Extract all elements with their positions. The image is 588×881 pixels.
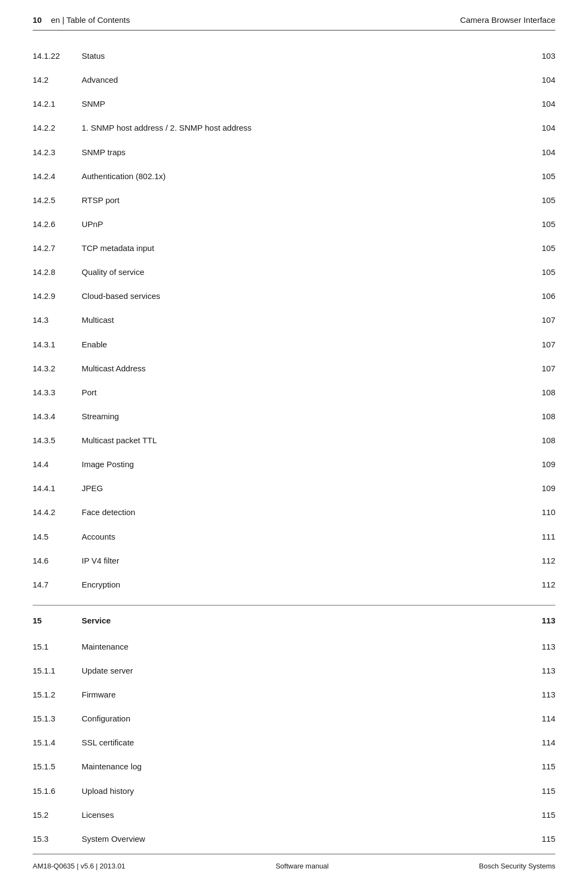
toc-row-number: 14.2.5 <box>33 191 82 215</box>
toc-row-title: Multicast packet TTL <box>82 431 523 455</box>
toc-row: 15.1.4SSL certificate114 <box>33 733 555 757</box>
toc-row: 14.3.1Enable107 <box>33 335 555 359</box>
toc-row-number: 15.1 <box>33 638 82 662</box>
toc-row-number: 14.4 <box>33 455 82 479</box>
toc-row: 14.7Encryption112 <box>33 576 555 599</box>
toc-row-number: 14.1.22 <box>33 47 82 71</box>
toc-row-title: Upload history <box>82 782 523 806</box>
toc-row-title: Service <box>82 605 523 637</box>
header-separator <box>44 15 48 25</box>
toc-row-page: 115 <box>523 757 555 781</box>
toc-row-page: 104 <box>523 143 555 167</box>
toc-row: 14.6IP V4 filter112 <box>33 552 555 576</box>
toc-row: 15.1.3Configuration114 <box>33 709 555 733</box>
toc-row-title: System Overview <box>82 830 523 854</box>
toc-row-number: 14.7 <box>33 576 82 599</box>
toc-row-number: 14.4.2 <box>33 503 82 527</box>
toc-row-title: Update server <box>82 662 523 686</box>
toc-row-number: 14.2.4 <box>33 167 82 191</box>
toc-row-page: 112 <box>523 576 555 599</box>
toc-row: 14.2.21. SNMP host address / 2. SNMP hos… <box>33 119 555 143</box>
toc-row-title: Port <box>82 383 523 407</box>
toc-row: 15.1.1Update server113 <box>33 662 555 686</box>
toc-row-title: Advanced <box>82 71 523 95</box>
toc-row-number: 15.1.1 <box>33 662 82 686</box>
toc-row-number: 14.3.3 <box>33 383 82 407</box>
toc-row-number: 14.4.1 <box>33 479 82 503</box>
toc-row-page: 113 <box>523 605 555 637</box>
toc-row-title: Multicast <box>82 311 523 335</box>
header-section-label: en | Table of Contents <box>51 15 130 25</box>
toc-row-title: Status <box>82 47 523 71</box>
page-footer: AM18-Q0635 | v5.6 | 2013.01 Software man… <box>33 854 555 881</box>
toc-row-page: 105 <box>523 263 555 287</box>
toc-row-title: Quality of service <box>82 263 523 287</box>
toc-row: 14.2.3SNMP traps104 <box>33 143 555 167</box>
footer-center: Software manual <box>275 862 329 870</box>
toc-row: 14.1.22Status103 <box>33 47 555 71</box>
toc-row-title: IP V4 filter <box>82 552 523 576</box>
toc-row-number: 14.5 <box>33 528 82 552</box>
toc-row-number: 15.1.3 <box>33 709 82 733</box>
page-number: 10 <box>33 15 42 25</box>
toc-row-number: 14.2.7 <box>33 239 82 263</box>
toc-row-page: 104 <box>523 95 555 119</box>
toc-row-number: 15 <box>33 605 82 637</box>
toc-row: 15.3System Overview115 <box>33 830 555 854</box>
toc-row-page: 107 <box>523 359 555 383</box>
toc-row-title: UPnP <box>82 215 523 239</box>
toc-row-number: 14.2.1 <box>33 95 82 119</box>
page-header: 10 en | Table of Contents Camera Browser… <box>33 0 555 30</box>
toc-row-number: 15.3 <box>33 830 82 854</box>
toc-content: 14.1.22Status10314.2Advanced10414.2.1SNM… <box>33 47 555 854</box>
toc-row-number: 15.1.5 <box>33 757 82 781</box>
toc-row-page: 114 <box>523 733 555 757</box>
toc-row: 15.1.2Firmware113 <box>33 686 555 709</box>
toc-row-page: 106 <box>523 287 555 311</box>
toc-row-number: 14.6 <box>33 552 82 576</box>
toc-row-page: 113 <box>523 686 555 709</box>
toc-row-page: 107 <box>523 335 555 359</box>
toc-row-title: Image Posting <box>82 455 523 479</box>
toc-row: 15.1Maintenance113 <box>33 638 555 662</box>
toc-row: 15.1.5Maintenance log115 <box>33 757 555 781</box>
toc-row-number: 14.3.4 <box>33 407 82 431</box>
toc-row-page: 105 <box>523 215 555 239</box>
toc-row-title: 1. SNMP host address / 2. SNMP host addr… <box>82 119 523 143</box>
toc-row: 14.2Advanced104 <box>33 71 555 95</box>
toc-row-title: Licenses <box>82 806 523 830</box>
page-container: 10 en | Table of Contents Camera Browser… <box>0 0 588 881</box>
toc-row-title: SSL certificate <box>82 733 523 757</box>
footer-left: AM18-Q0635 | v5.6 | 2013.01 <box>33 862 125 870</box>
toc-row-page: 112 <box>523 552 555 576</box>
toc-row-title: Streaming <box>82 407 523 431</box>
toc-row-page: 105 <box>523 239 555 263</box>
toc-row: 14.4.2Face detection110 <box>33 503 555 527</box>
toc-row-page: 109 <box>523 455 555 479</box>
spacer-row <box>33 599 555 605</box>
toc-row-page: 113 <box>523 638 555 662</box>
toc-row: 14.2.8Quality of service105 <box>33 263 555 287</box>
toc-row-title: Accounts <box>82 528 523 552</box>
toc-row-page: 110 <box>523 503 555 527</box>
toc-row-page: 111 <box>523 528 555 552</box>
toc-row-number: 15.1.6 <box>33 782 82 806</box>
toc-row-title: SNMP <box>82 95 523 119</box>
toc-row-number: 14.2.8 <box>33 263 82 287</box>
header-left: 10 en | Table of Contents <box>33 15 130 25</box>
toc-row: 14.2.1SNMP104 <box>33 95 555 119</box>
toc-row-page: 105 <box>523 191 555 215</box>
toc-row-page: 115 <box>523 782 555 806</box>
toc-row-page: 113 <box>523 662 555 686</box>
toc-row-title: Configuration <box>82 709 523 733</box>
toc-row: 14.5Accounts111 <box>33 528 555 552</box>
toc-row-number: 14.3 <box>33 311 82 335</box>
toc-row-number: 14.2.6 <box>33 215 82 239</box>
toc-row: 15Service113 <box>33 605 555 637</box>
toc-row-page: 108 <box>523 383 555 407</box>
toc-row: 14.2.7TCP metadata input105 <box>33 239 555 263</box>
toc-row-title: Authentication (802.1x) <box>82 167 523 191</box>
toc-row: 14.2.6UPnP105 <box>33 215 555 239</box>
toc-row-page: 109 <box>523 479 555 503</box>
toc-row: 15.1.6Upload history115 <box>33 782 555 806</box>
